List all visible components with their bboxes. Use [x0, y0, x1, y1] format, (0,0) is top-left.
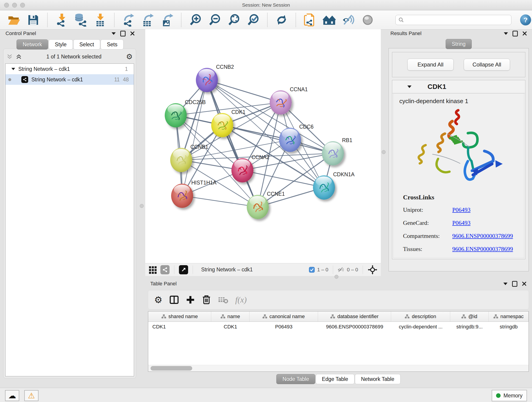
- string-show-labels-icon[interactable]: [341, 13, 355, 27]
- tab-edge-table[interactable]: Edge Table: [316, 374, 355, 384]
- birds-eye-view-icon[interactable]: [179, 265, 188, 274]
- column-header-namespac[interactable]: namespac: [489, 312, 529, 322]
- zoom-fit-icon[interactable]: [227, 13, 241, 27]
- left-splitter-handle[interactable]: [140, 204, 144, 208]
- tab-string[interactable]: String: [446, 39, 472, 49]
- network-row[interactable]: String Network – cdk1 11 48: [6, 74, 134, 85]
- collapse-all-icon[interactable]: [7, 54, 13, 60]
- show-columns-icon[interactable]: [169, 295, 179, 305]
- column-header-database-identifier[interactable]: database identifier: [318, 312, 391, 322]
- selected-count-label: 1 – 0: [317, 267, 328, 273]
- gene-section-header[interactable]: CDK1: [392, 80, 525, 93]
- collapse-all-button[interactable]: Collapse All: [464, 59, 510, 70]
- crosslink-link[interactable]: P06493: [452, 220, 524, 226]
- tab-sets[interactable]: Sets: [101, 39, 123, 50]
- node-rb1[interactable]: [322, 141, 344, 166]
- node-structure-icon: [284, 133, 297, 147]
- gear-icon[interactable]: ⚙: [126, 52, 133, 61]
- delete-column-icon[interactable]: [202, 295, 211, 305]
- zoom-in-icon[interactable]: [188, 13, 203, 27]
- crosslink-link[interactable]: 9606.ENSP00000378699: [452, 246, 524, 253]
- scrollbar-thumb[interactable]: [151, 366, 192, 370]
- edge-ccnb2-ccna1[interactable]: [207, 80, 281, 102]
- panel-menu-icon[interactable]: [504, 32, 508, 35]
- search-box[interactable]: [395, 15, 511, 25]
- cloud-status-button[interactable]: ☁: [5, 390, 19, 401]
- network-collection-row[interactable]: String Network – cdk1 1: [6, 64, 134, 74]
- crosslink-link[interactable]: 9606.ENSP00000378699: [452, 233, 524, 240]
- node-cdc6[interactable]: [279, 128, 301, 152]
- panel-float-icon[interactable]: [513, 31, 518, 36]
- node-ccne1[interactable]: [247, 195, 269, 219]
- node-cdkn1a[interactable]: [313, 175, 335, 200]
- collection-expand-icon[interactable]: [12, 68, 15, 70]
- panel-close-icon[interactable]: [522, 31, 527, 36]
- node-ccna1[interactable]: [270, 90, 292, 115]
- expand-all-button[interactable]: Expand All: [407, 59, 454, 70]
- zoom-out-icon[interactable]: [208, 13, 222, 27]
- string-home-icon[interactable]: [322, 13, 336, 27]
- tab-network-table[interactable]: Network Table: [355, 374, 400, 384]
- column-header-description[interactable]: description: [391, 312, 450, 322]
- panel-float-icon[interactable]: [120, 31, 126, 36]
- right-splitter-handle[interactable]: [382, 150, 386, 154]
- table-horizontal-scrollbar[interactable]: [148, 365, 529, 371]
- edge-hist1h1a-ccne1[interactable]: [182, 196, 258, 207]
- tab-select[interactable]: Select: [73, 39, 100, 50]
- network-view-title: String Network – cdk1: [201, 267, 253, 273]
- column-header-canonical-name[interactable]: canonical name: [249, 312, 318, 322]
- network-share-icon[interactable]: [160, 265, 170, 274]
- save-session-icon[interactable]: [26, 13, 40, 27]
- search-input[interactable]: [406, 17, 503, 23]
- import-table-file-icon[interactable]: [93, 13, 107, 27]
- column-header--id[interactable]: @id: [450, 312, 489, 322]
- import-network-database-icon[interactable]: [74, 13, 88, 27]
- tab-style[interactable]: Style: [49, 39, 73, 50]
- help-button[interactable]: ?: [520, 14, 531, 26]
- status-bar: ☁ ⚠ Memory: [0, 388, 532, 402]
- node-ccna2[interactable]: [231, 158, 253, 182]
- add-column-icon[interactable]: [186, 295, 195, 304]
- node-ccnb1[interactable]: [170, 148, 192, 172]
- panel-close-icon[interactable]: [522, 281, 526, 286]
- gene-name: CDK1: [428, 83, 446, 90]
- table-row[interactable]: CDK1CDK1P064939606.ENSP00000378699cyclin…: [148, 322, 529, 332]
- node-cdk1[interactable]: [211, 113, 233, 137]
- expand-all-icon[interactable]: [16, 54, 22, 60]
- node-hist1h1a[interactable]: [171, 184, 193, 208]
- export-network-icon[interactable]: [121, 13, 136, 27]
- refresh-layout-icon[interactable]: [274, 13, 289, 27]
- string-import-icon[interactable]: [303, 13, 317, 27]
- export-table-icon[interactable]: [141, 13, 155, 27]
- import-network-file-icon[interactable]: [55, 13, 69, 27]
- zoom-selected-icon[interactable]: [246, 13, 260, 27]
- panel-menu-icon[interactable]: [503, 283, 507, 285]
- panel-float-icon[interactable]: [512, 281, 517, 287]
- selected-checkbox-icon[interactable]: [309, 267, 315, 273]
- open-session-icon[interactable]: [7, 13, 21, 27]
- collection-label: String Network – cdk1: [18, 66, 70, 72]
- panel-close-icon[interactable]: [130, 31, 135, 36]
- warnings-button[interactable]: ⚠: [24, 390, 38, 401]
- column-header-label: description: [412, 313, 436, 319]
- string-glass-ball-icon[interactable]: [361, 13, 375, 27]
- fit-selected-crosshair-icon[interactable]: [367, 265, 378, 275]
- node-label-ccnb2: CCNB2: [216, 64, 234, 70]
- network-canvas[interactable]: CCNB2CCNA1CDC25BCDK1CDC6RB1CCNB1CCNA2CDK…: [145, 29, 381, 263]
- table-settings-gear-icon[interactable]: ⚙: [154, 294, 162, 305]
- panel-menu-icon[interactable]: [112, 32, 116, 35]
- column-header-shared-name[interactable]: shared name: [148, 312, 211, 322]
- section-collapse-icon[interactable]: [407, 85, 412, 88]
- crosslink-label: Uniprot:: [403, 206, 452, 213]
- crosslink-link[interactable]: P06493: [452, 206, 524, 213]
- export-image-icon[interactable]: [160, 13, 174, 27]
- tab-network[interactable]: Network: [17, 39, 48, 50]
- column-header-name[interactable]: name: [211, 312, 249, 322]
- grid-view-icon[interactable]: [148, 265, 157, 274]
- node-ccnb2[interactable]: [196, 68, 218, 92]
- memory-button[interactable]: Memory: [492, 390, 527, 401]
- bottom-splitter-handle[interactable]: [335, 275, 338, 279]
- edge-ccna2-cdkn1a[interactable]: [242, 170, 324, 187]
- node-cdc25b[interactable]: [165, 103, 187, 128]
- tab-node-table[interactable]: Node Table: [276, 374, 315, 384]
